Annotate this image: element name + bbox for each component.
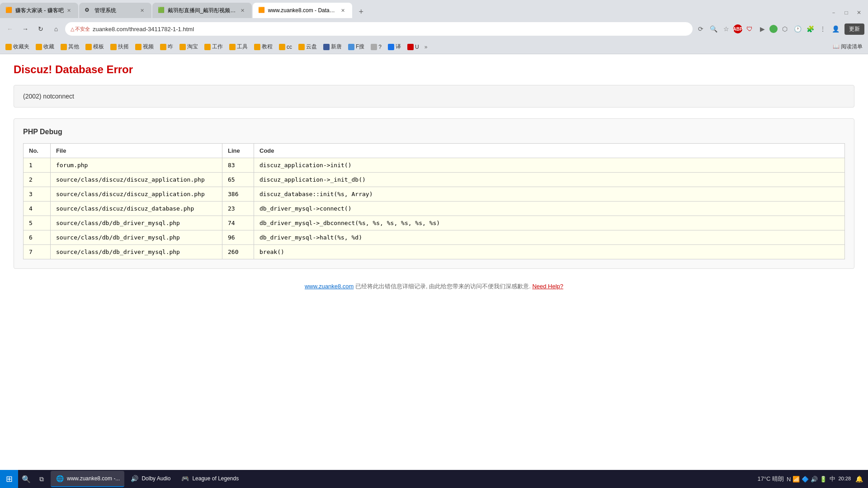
bookmark-reading-list[interactable]: 📖 阅读清单 [831, 42, 864, 52]
network-icon[interactable]: 📶 [793, 476, 800, 483]
bookmark-U[interactable]: U [406, 43, 421, 51]
bookmark-folder-icon-10 [229, 44, 236, 50]
taskbar-app-browser[interactable]: 🌐 www.zuanke8.com -... [51, 471, 124, 487]
tab-2[interactable]: ⚙ 管理系统 ✕ [79, 3, 151, 18]
bookmark-工作[interactable]: 工作 [203, 42, 225, 52]
cell-code: discuz_database::init(%s, Array) [254, 187, 845, 202]
shield-icon[interactable]: 🛡 [744, 23, 755, 34]
translate-icon[interactable]: ⟳ [695, 23, 706, 34]
notification-button[interactable]: 🔔 [854, 474, 864, 484]
bookmarks-more-button[interactable]: » [425, 44, 428, 50]
bookmark-question[interactable]: ? [369, 43, 383, 51]
bookmark-收藏夹[interactable]: 收藏夹 [4, 42, 31, 52]
tab-3[interactable]: 🟩 戴羽彤直播间_戴羽彤视频直播... ✕ [152, 3, 252, 18]
bookmark-译[interactable]: 译 [386, 42, 403, 52]
close-button[interactable]: ✕ [854, 7, 864, 18]
tab-4-favicon: 🟧 [258, 7, 265, 14]
bookmark-F搜[interactable]: F搜 [346, 42, 366, 52]
puzzle-icon[interactable]: 🧩 [805, 23, 816, 34]
debug-title: PHP Debug [23, 128, 845, 136]
home-button[interactable]: ⌂ [50, 23, 62, 35]
extension-icon[interactable]: ⬡ [779, 23, 790, 34]
bookmark-star-icon[interactable]: ☆ [721, 23, 731, 34]
cell-line: 74 [222, 216, 254, 230]
language-indicator: 中 [830, 475, 835, 483]
nvidia-icon: N [787, 476, 791, 483]
bookmark-cc[interactable]: cc [277, 43, 294, 51]
footer-site-link[interactable]: www.zuanke8.com [305, 283, 354, 290]
person-icon[interactable]: 👤 [830, 23, 841, 34]
taskbar-system-icons: 17°C 晴朗 [757, 475, 784, 483]
bookmark-新唐[interactable]: 新唐 [321, 42, 344, 52]
tab-4[interactable]: 🟧 www.zuanke8.com - Database... ✕ [253, 3, 352, 18]
taskbar-app-lol-label: League of Legends [192, 475, 239, 482]
update-button[interactable]: 更新 [844, 23, 864, 35]
bookmark-咋[interactable]: 咋 [158, 42, 175, 52]
cell-no: 7 [24, 245, 51, 259]
bookmark-扶摇[interactable]: 扶摇 [108, 42, 131, 52]
dolby-icon: 🔊 [130, 474, 139, 483]
taskbar-time-display: 20:28 [838, 475, 851, 482]
maximize-button[interactable]: □ [841, 7, 852, 18]
circle-icon[interactable] [769, 25, 778, 33]
bookmark-模板[interactable]: 模板 [84, 42, 106, 52]
bookmark-folder-icon [5, 44, 12, 50]
bookmark-folder-icon-7 [160, 44, 166, 50]
footer-help-link[interactable]: Need Help? [532, 283, 563, 290]
debug-table: No. File Line Code 1 forum.php 83 discuz… [23, 143, 845, 259]
menu-dots-icon[interactable]: ⋮ [817, 23, 828, 34]
bookmark-folder-icon-17 [388, 44, 394, 50]
tab-4-close[interactable]: ✕ [340, 7, 347, 14]
table-row: 1 forum.php 83 discuz_application->init(… [24, 158, 845, 173]
back-button[interactable]: ← [4, 23, 16, 35]
address-input[interactable]: △ 不安全 zuanke8.com/thread-3411782-1-1.htm… [65, 22, 693, 36]
lol-icon: 🎮 [180, 474, 189, 483]
taskbar-app-lol[interactable]: 🎮 League of Legends [176, 471, 243, 487]
cell-no: 4 [24, 202, 51, 216]
bookmark-folder-icon-18 [407, 44, 414, 50]
taskbar-right: 17°C 晴朗 N 📶 🔷 🔊 🔋 中 20:28 🔔 [754, 474, 868, 484]
col-header-code: Code [254, 144, 845, 158]
new-tab-button[interactable]: + [355, 5, 368, 18]
bookmark-淘宝[interactable]: 淘宝 [178, 42, 200, 52]
task-view-button[interactable]: ⧉ [34, 472, 49, 486]
tab-2-close[interactable]: ✕ [139, 7, 146, 14]
table-row: 4 source/class/discuz/discuz_database.ph… [24, 202, 845, 216]
bookmark-folder-icon-8 [179, 44, 186, 50]
windows-icon: ⊞ [6, 474, 13, 484]
bluetooth-icon[interactable]: 🔷 [802, 476, 809, 483]
bookmark-工具[interactable]: 工具 [227, 42, 250, 52]
tab-1-close[interactable]: ✕ [66, 7, 73, 14]
tab-1[interactable]: 🟧 赚客大家谈 - 赚客吧 ✕ [0, 3, 78, 18]
bookmark-folder-icon-6 [135, 44, 142, 50]
bookmark-收藏[interactable]: 收藏 [34, 42, 56, 52]
taskbar-search-button[interactable]: 🔍 [19, 472, 33, 486]
bookmark-其他[interactable]: 其他 [59, 42, 81, 52]
tab-3-close[interactable]: ✕ [239, 7, 246, 14]
bookmark-云盘[interactable]: 云盘 [297, 42, 319, 52]
cell-code: break() [254, 245, 845, 259]
volume-icon[interactable]: 🔊 [811, 476, 818, 483]
col-header-line: Line [222, 144, 254, 158]
battery-icon[interactable]: 🔋 [820, 476, 827, 483]
bookmark-视频[interactable]: 视频 [133, 42, 156, 52]
bookmark-folder-icon-16 [371, 44, 377, 50]
forward-button[interactable]: → [19, 23, 32, 35]
search-icon: 🔍 [22, 475, 31, 483]
minimize-button[interactable]: － [828, 7, 839, 18]
clock-icon[interactable]: 🕐 [792, 23, 803, 34]
play-icon[interactable]: ▶ [757, 23, 768, 34]
start-button[interactable]: ⊞ [0, 470, 18, 488]
browser-chrome: 🟧 赚客大家谈 - 赚客吧 ✕ ⚙ 管理系统 ✕ 🟩 戴羽彤直播间_戴羽彤视频直… [0, 0, 868, 54]
zoom-icon[interactable]: 🔍 [708, 23, 719, 34]
bookmark-folder-icon-12 [279, 44, 285, 50]
taskbar-app-dolby[interactable]: 🔊 Dolby Audio [125, 471, 175, 487]
adblock-icon[interactable]: ABP [733, 24, 742, 33]
tab-1-favicon: 🟧 [5, 7, 13, 14]
reload-button[interactable]: ↻ [34, 23, 47, 35]
table-row: 3 source/class/discuz/discuz_application… [24, 187, 845, 202]
address-bar: ← → ↻ ⌂ △ 不安全 zuanke8.com/thread-3411782… [0, 18, 868, 40]
cell-code: discuz_application->_init_db() [254, 173, 845, 187]
tab-bar: 🟧 赚客大家谈 - 赚客吧 ✕ ⚙ 管理系统 ✕ 🟩 戴羽彤直播间_戴羽彤视频直… [0, 0, 868, 18]
bookmark-教程[interactable]: 教程 [252, 42, 274, 52]
